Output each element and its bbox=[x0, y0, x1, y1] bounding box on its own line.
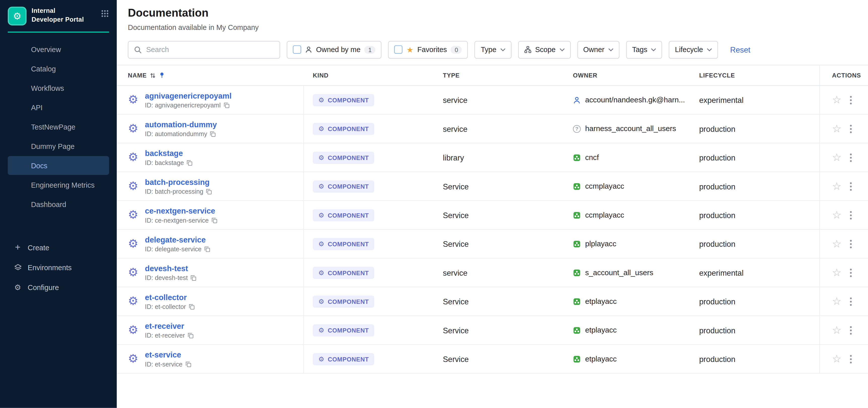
sidebar-item-environments[interactable]: Environments bbox=[0, 258, 117, 277]
more-actions-icon[interactable] bbox=[850, 326, 852, 335]
sidebar-item-configure[interactable]: ⚙ Configure bbox=[0, 278, 117, 297]
owner-value[interactable]: ccmplayacc bbox=[585, 211, 624, 219]
copy-icon[interactable] bbox=[187, 160, 193, 166]
owner-value[interactable]: s_account_all_users bbox=[585, 269, 653, 277]
copy-icon[interactable] bbox=[189, 304, 195, 310]
component-chip-gear-icon: ⚙ bbox=[318, 125, 324, 132]
logo-gear-icon: ⚙ bbox=[13, 11, 21, 21]
favorite-star-icon[interactable]: ☆ bbox=[832, 296, 842, 307]
favorite-star-icon[interactable]: ☆ bbox=[832, 354, 842, 364]
owner-dropdown[interactable]: Owner bbox=[577, 41, 619, 58]
kind-badge: ⚙COMPONENT bbox=[313, 209, 374, 221]
table-row: ⚙ce-nextgen-serviceID: ce-nextgen-servic… bbox=[117, 201, 868, 230]
filter-owned-by-me[interactable]: Owned by me1 bbox=[287, 41, 382, 58]
entity-link[interactable]: automation-dummy bbox=[145, 120, 217, 129]
more-actions-icon[interactable] bbox=[850, 297, 852, 306]
type-value: service bbox=[443, 268, 467, 277]
sidebar-header: ⚙ Internal Developer Portal bbox=[0, 0, 117, 31]
more-actions-icon[interactable] bbox=[850, 96, 852, 104]
copy-icon[interactable] bbox=[204, 246, 210, 252]
favorite-star-icon[interactable]: ☆ bbox=[832, 210, 842, 220]
component-gear-icon: ⚙ bbox=[128, 353, 138, 365]
sidebar-item-catalog[interactable]: Catalog bbox=[8, 59, 109, 78]
entity-link[interactable]: batch-processing bbox=[145, 178, 212, 186]
lifecycle-value: production bbox=[699, 326, 736, 335]
dropdown-label: Type bbox=[481, 45, 496, 54]
entity-id: ID: devesh-test bbox=[145, 275, 188, 281]
column-header-name[interactable]: NAME bbox=[117, 65, 304, 85]
more-actions-icon[interactable] bbox=[850, 153, 852, 162]
favorite-star-icon[interactable]: ☆ bbox=[832, 124, 842, 134]
copy-icon[interactable] bbox=[206, 188, 212, 194]
owner-cell: ccmplayacc bbox=[564, 201, 690, 229]
sidebar-item-docs[interactable]: Docs bbox=[8, 156, 109, 175]
lifecycle-value: experimental bbox=[699, 96, 743, 104]
owner-value[interactable]: account/nandeesh.gk@harn... bbox=[585, 96, 685, 104]
sidebar-item-overview[interactable]: Overview bbox=[8, 40, 109, 59]
table-row: ⚙et-collectorID: et-collector⚙COMPONENTS… bbox=[117, 287, 868, 316]
apps-grid-icon[interactable] bbox=[101, 9, 109, 18]
type-dropdown[interactable]: Type bbox=[475, 41, 512, 58]
owner-value[interactable]: etplayacc bbox=[585, 326, 617, 334]
favorite-star-icon[interactable]: ☆ bbox=[832, 268, 842, 278]
kind-badge: ⚙COMPONENT bbox=[313, 324, 374, 336]
more-actions-icon[interactable] bbox=[850, 354, 852, 363]
favorite-star-icon[interactable]: ☆ bbox=[832, 239, 842, 249]
entity-link[interactable]: delegate-service bbox=[145, 235, 210, 244]
search-box[interactable] bbox=[128, 41, 280, 58]
tags-dropdown[interactable]: Tags bbox=[626, 41, 662, 58]
reset-link[interactable]: Reset bbox=[730, 45, 750, 54]
sidebar-item-engineering-metrics[interactable]: Engineering Metrics bbox=[8, 175, 109, 194]
favorite-star-icon[interactable]: ☆ bbox=[832, 152, 842, 163]
filter-favorites[interactable]: ★Favorites0 bbox=[388, 41, 468, 58]
create-button[interactable]: + Create bbox=[0, 238, 117, 257]
copy-icon[interactable] bbox=[190, 275, 196, 281]
lifecycle-dropdown[interactable]: Lifecycle bbox=[669, 41, 718, 58]
type-value: library bbox=[443, 153, 464, 162]
entity-link[interactable]: backstage bbox=[145, 149, 193, 158]
owner-value[interactable]: cncf bbox=[585, 153, 599, 161]
checkbox[interactable] bbox=[293, 45, 301, 54]
favorite-star-icon[interactable]: ☆ bbox=[832, 95, 842, 105]
entity-link[interactable]: et-collector bbox=[145, 293, 195, 302]
sort-icon[interactable] bbox=[150, 72, 155, 78]
owner-value[interactable]: harness_account_all_users bbox=[585, 125, 676, 133]
owner-value[interactable]: etplayacc bbox=[585, 355, 617, 363]
copy-icon[interactable] bbox=[210, 131, 216, 137]
sidebar-item-dummy-page[interactable]: Dummy Page bbox=[8, 136, 109, 155]
kind-label: COMPONENT bbox=[328, 269, 369, 276]
scope-dropdown[interactable]: Scope bbox=[518, 41, 570, 58]
pin-icon[interactable] bbox=[159, 72, 165, 79]
favorite-star-icon[interactable]: ☆ bbox=[832, 325, 842, 336]
entity-link[interactable]: et-service bbox=[145, 350, 191, 359]
more-actions-icon[interactable] bbox=[850, 268, 852, 277]
favorite-star-icon[interactable]: ☆ bbox=[832, 181, 842, 191]
sidebar-item-workflows[interactable]: Workflows bbox=[8, 79, 109, 97]
entity-id: ID: agnivagenericrepoyaml bbox=[145, 102, 221, 108]
more-actions-icon[interactable] bbox=[850, 211, 852, 219]
help-icon: ? bbox=[573, 125, 581, 132]
filter-chips: Owned by me1★Favorites0 bbox=[287, 41, 468, 58]
sidebar-item-dashboard[interactable]: Dashboard bbox=[8, 195, 109, 214]
sidebar-item-testnewpage[interactable]: TestNewPage bbox=[8, 117, 109, 136]
user-icon bbox=[573, 96, 581, 104]
owner-value[interactable]: etplayacc bbox=[585, 297, 617, 306]
sidebar-item-api[interactable]: API bbox=[8, 98, 109, 117]
entity-link[interactable]: agnivagenericrepoyaml bbox=[145, 91, 231, 100]
more-actions-icon[interactable] bbox=[850, 182, 852, 191]
more-actions-icon[interactable] bbox=[850, 124, 852, 133]
owner-value[interactable]: plplayacc bbox=[585, 240, 616, 248]
checkbox[interactable] bbox=[394, 45, 403, 54]
component-gear-icon: ⚙ bbox=[128, 180, 138, 192]
entity-link[interactable]: devesh-test bbox=[145, 264, 196, 273]
copy-icon[interactable] bbox=[185, 361, 191, 367]
entity-link[interactable]: ce-nextgen-service bbox=[145, 207, 217, 215]
copy-icon[interactable] bbox=[188, 332, 194, 338]
copy-icon[interactable] bbox=[211, 217, 217, 223]
owner-value[interactable]: ccmplayacc bbox=[585, 182, 624, 190]
lifecycle-value: production bbox=[699, 240, 736, 248]
search-input[interactable] bbox=[146, 45, 274, 54]
more-actions-icon[interactable] bbox=[850, 240, 852, 248]
copy-icon[interactable] bbox=[223, 102, 229, 108]
entity-link[interactable]: et-receiver bbox=[145, 321, 194, 330]
